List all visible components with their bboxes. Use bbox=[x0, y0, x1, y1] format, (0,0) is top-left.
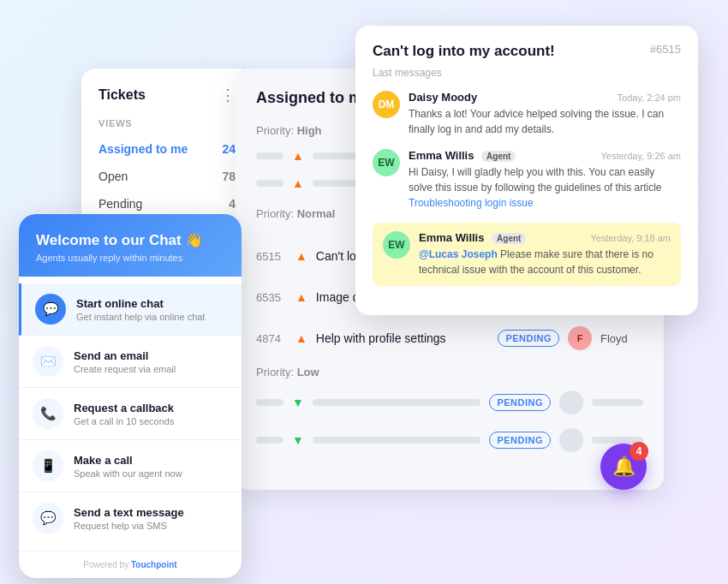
tickets-title: Tickets bbox=[98, 87, 146, 103]
ph-box bbox=[256, 152, 283, 159]
avatar: EW bbox=[373, 149, 400, 176]
message-header: Emma Willis Agent Yesterday, 9:18 am bbox=[419, 231, 671, 244]
placeholder-row-3: ▼ PENDING bbox=[256, 387, 643, 418]
chat-option-title: Start online chat bbox=[76, 297, 205, 310]
chat-option-email[interactable]: ✉️ Send an email Create request via emai… bbox=[19, 336, 242, 388]
notification-bell[interactable]: 🔔 4 bbox=[600, 444, 647, 490]
chat-option-text: Request a callback Get a call in 10 seco… bbox=[74, 402, 174, 426]
chat-option-call[interactable]: 📱 Make a call Speak with our agent now bbox=[19, 440, 242, 492]
tickets-menu-icon[interactable]: ⋮ bbox=[220, 86, 236, 104]
placeholder-row-4: ▼ PENDING bbox=[256, 425, 643, 456]
mention: @Lucas Joseph bbox=[419, 248, 498, 260]
message-time: Yesterday, 9:18 am bbox=[590, 233, 671, 243]
ticket-detail-panel: Can't log into my account! #6515 Last me… bbox=[355, 26, 698, 315]
callback-icon: 📞 bbox=[33, 398, 63, 429]
message-item: DM Daisy Moody Today, 2:24 pm Thanks a l… bbox=[373, 91, 681, 137]
chat-option-title: Send an email bbox=[74, 349, 176, 362]
message-content: Daisy Moody Today, 2:24 pm Thanks a lot!… bbox=[409, 91, 681, 137]
ticket-id: 6535 bbox=[256, 291, 287, 304]
view-count-pending: 4 bbox=[229, 197, 236, 211]
avatar: DM bbox=[373, 91, 400, 118]
arrow-up-icon: ▲ bbox=[295, 331, 307, 345]
sidebar-item-open[interactable]: Open 78 bbox=[81, 163, 253, 190]
footer-brand: Touchpoint bbox=[131, 560, 177, 569]
chat-option-start-chat[interactable]: 💬 Start online chat Get instant help via… bbox=[19, 283, 242, 336]
arrow-down-icon: ▼ bbox=[292, 433, 304, 447]
email-icon: ✉️ bbox=[33, 346, 63, 377]
tickets-panel: Tickets ⋮ VIEWS Assigned to me 24 Open 7… bbox=[81, 69, 253, 235]
agent-tag: Agent bbox=[481, 151, 516, 162]
arrow-up-icon: ▲ bbox=[295, 290, 307, 304]
message-time: Today, 2:24 pm bbox=[618, 92, 681, 103]
arrow-up-icon: ▲ bbox=[292, 149, 304, 163]
sidebar-item-assigned[interactable]: Assigned to me 24 bbox=[81, 135, 253, 163]
chat-footer: Powered by Touchpoint bbox=[19, 551, 242, 578]
message-sender: Emma Willis Agent bbox=[419, 231, 526, 244]
chat-option-text: Send a text message Request help via SMS bbox=[74, 506, 184, 531]
chat-options-list: 💬 Start online chat Get instant help via… bbox=[19, 277, 242, 551]
view-count-assigned: 24 bbox=[222, 142, 236, 156]
message-sender: Daisy Moody bbox=[409, 91, 477, 104]
ticket-id: 4874 bbox=[256, 332, 287, 345]
views-label: VIEWS bbox=[81, 118, 253, 135]
ph-box bbox=[256, 180, 283, 187]
message-link[interactable]: Troubleshooting login issue bbox=[409, 197, 534, 209]
sms-icon: 💬 bbox=[33, 503, 63, 533]
view-name-open: Open bbox=[98, 170, 128, 183]
priority-low-section: Priority: Low ▼ PENDING ▼ PENDING bbox=[236, 366, 664, 469]
chat-option-text: Send an email Create request via email bbox=[74, 349, 176, 374]
call-icon: 📱 bbox=[33, 450, 63, 481]
footer-text: Powered by bbox=[83, 560, 131, 569]
agent-tag: Agent bbox=[492, 233, 526, 244]
chat-option-title: Make a call bbox=[74, 454, 182, 467]
ticket-subject: Help with profile settings bbox=[316, 331, 490, 345]
ph-box bbox=[256, 437, 283, 444]
message-text: @Lucas Joseph Please make sure that ther… bbox=[419, 247, 671, 277]
avatar: F bbox=[568, 326, 592, 350]
bell-icon: 🔔 bbox=[612, 456, 636, 478]
detail-subtitle: Last messages bbox=[373, 67, 681, 79]
view-count-open: 78 bbox=[222, 170, 236, 183]
ph-box bbox=[256, 399, 283, 406]
chat-header: Welcome to our Chat 👋 Agents usually rep… bbox=[19, 214, 242, 277]
arrow-down-icon: ▼ bbox=[292, 396, 304, 409]
detail-header: Can't log into my account! #6515 bbox=[373, 43, 681, 60]
message-item-highlighted: EW Emma Willis Agent Yesterday, 9:18 am … bbox=[373, 223, 681, 286]
message-time: Yesterday, 9:26 am bbox=[600, 151, 681, 161]
chat-widget: Welcome to our Chat 👋 Agents usually rep… bbox=[19, 214, 242, 578]
chat-option-text: Start online chat Get instant help via o… bbox=[76, 297, 205, 322]
chat-option-title: Send a text message bbox=[74, 506, 184, 519]
message-header: Emma Willis Agent Yesterday, 9:26 am bbox=[409, 149, 681, 162]
chat-option-desc: Get a call in 10 seconds bbox=[74, 416, 174, 426]
message-item: EW Emma Willis Agent Yesterday, 9:26 am … bbox=[373, 149, 681, 211]
priority-low-label: Priority: Low bbox=[256, 366, 643, 378]
chat-welcome-title: Welcome to our Chat 👋 bbox=[36, 231, 224, 249]
status-badge: PENDING bbox=[489, 432, 551, 449]
chat-option-title: Request a callback bbox=[74, 402, 174, 414]
detail-id: #6515 bbox=[650, 43, 681, 56]
notification-badge: 4 bbox=[630, 442, 648, 461]
chat-option-desc: Get instant help via online chat bbox=[76, 312, 205, 322]
chat-option-text: Make a call Speak with our agent now bbox=[74, 454, 182, 479]
tickets-header: Tickets ⋮ bbox=[81, 86, 253, 118]
table-row[interactable]: 4874 ▲ Help with profile settings PENDIN… bbox=[236, 318, 664, 359]
status-badge: PENDING bbox=[498, 330, 559, 347]
message-content: Emma Willis Agent Yesterday, 9:26 am Hi … bbox=[409, 149, 681, 211]
ticket-id: 6515 bbox=[256, 250, 287, 263]
avatar: EW bbox=[383, 231, 410, 259]
avatar-placeholder bbox=[559, 428, 583, 452]
message-sender: Emma Willis Agent bbox=[409, 149, 516, 162]
chat-icon: 💬 bbox=[35, 294, 66, 325]
chat-option-callback[interactable]: 📞 Request a callback Get a call in 10 se… bbox=[19, 388, 242, 440]
name-placeholder bbox=[592, 399, 643, 406]
chat-option-desc: Create request via email bbox=[74, 364, 176, 374]
agent-name: Floyd bbox=[600, 332, 643, 345]
chat-option-desc: Request help via SMS bbox=[74, 521, 184, 531]
chat-subtitle: Agents usually reply within minutes bbox=[36, 253, 224, 263]
message-text: Hi Daisy, I will gladly help you with th… bbox=[409, 164, 681, 211]
arrow-up-icon: ▲ bbox=[295, 249, 307, 263]
message-content: Emma Willis Agent Yesterday, 9:18 am @Lu… bbox=[419, 231, 671, 277]
arrow-up-icon: ▲ bbox=[292, 176, 304, 190]
chat-option-sms[interactable]: 💬 Send a text message Request help via S… bbox=[19, 492, 242, 544]
ph-bar bbox=[313, 437, 481, 444]
